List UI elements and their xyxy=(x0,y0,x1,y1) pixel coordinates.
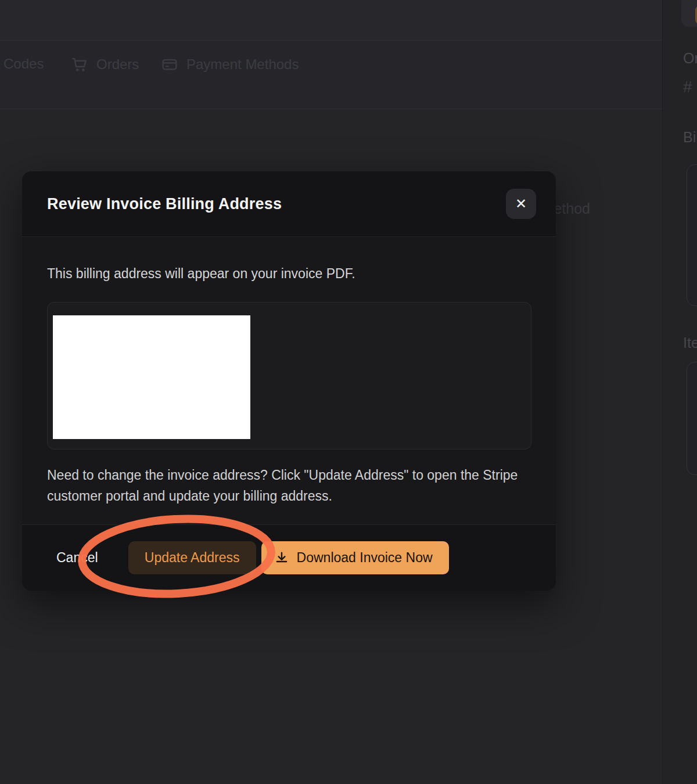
tab-codes[interactable]: n Codes xyxy=(0,56,44,72)
order-details-drawer: Or # Bil Ite xyxy=(662,0,697,784)
drawer-toolbar-button[interactable] xyxy=(681,0,697,27)
dialog-body: This billing address will appear on your… xyxy=(22,237,556,524)
download-invoice-label: Download Invoice Now xyxy=(297,550,433,566)
drawer-items-card xyxy=(687,362,697,475)
download-icon xyxy=(274,551,289,566)
update-address-button[interactable]: Update Address xyxy=(128,541,256,574)
drawer-order-heading: Or xyxy=(683,50,697,67)
close-icon: ✕ xyxy=(515,196,527,212)
tab-payment-methods[interactable]: Payment Methods xyxy=(161,56,299,73)
screenshot-stage: n Codes Orders Payment Methods Payment M… xyxy=(0,0,697,784)
dialog-intro-text: This billing address will appear on your… xyxy=(47,266,531,282)
tab-payment-methods-label: Payment Methods xyxy=(186,56,299,73)
background-top-band xyxy=(0,0,697,41)
tab-orders-label: Orders xyxy=(96,56,139,73)
tab-codes-label: n Codes xyxy=(0,56,44,72)
close-button[interactable]: ✕ xyxy=(506,189,536,219)
review-invoice-billing-address-dialog: Review Invoice Billing Address ✕ This bi… xyxy=(22,171,556,591)
cart-icon xyxy=(71,56,88,73)
drawer-billing-heading: Bil xyxy=(683,129,697,146)
drawer-billing-card xyxy=(687,164,697,306)
cancel-button[interactable]: Cancel xyxy=(56,550,98,566)
tab-orders[interactable]: Orders xyxy=(71,56,139,73)
drawer-order-number: # xyxy=(683,78,692,96)
download-invoice-button[interactable]: Download Invoice Now xyxy=(261,541,449,574)
credit-card-icon xyxy=(161,56,178,73)
dialog-footer: Cancel Update Address Download Invoice N… xyxy=(22,524,556,591)
drawer-items-heading: Ite xyxy=(683,335,697,351)
dialog-help-text: Need to change the invoice address? Clic… xyxy=(47,465,535,506)
dialog-header: Review Invoice Billing Address ✕ xyxy=(22,171,556,237)
billing-address-preview-box xyxy=(47,302,531,449)
redacted-address-block xyxy=(53,315,250,439)
background-tab-band xyxy=(0,41,697,109)
dialog-title: Review Invoice Billing Address xyxy=(47,195,506,213)
